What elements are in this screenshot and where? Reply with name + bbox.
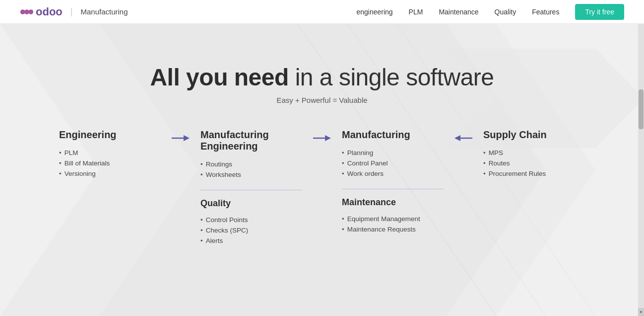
quality-sub-title: Quality <box>200 198 302 209</box>
maintenance-item-equipment: Equipment Management <box>342 214 444 224</box>
arrow-1 <box>171 129 191 143</box>
nav-divider: | <box>70 6 73 17</box>
mfg-engineering-item-worksheets: Worksheets <box>200 169 302 180</box>
nav-link-plm[interactable]: PLM <box>409 8 423 16</box>
manufacturing-item-controlpanel: Control Panel <box>342 158 444 168</box>
hero-title-strong: All you need <box>150 64 288 90</box>
maintenance-list: Equipment Management Maintenance Request… <box>342 214 444 235</box>
mfg-engineering-divider <box>200 190 302 190</box>
mfg-engineering-title: ManufacturingEngineering <box>200 129 302 152</box>
svg-point-1 <box>24 9 29 14</box>
svg-marker-12 <box>325 135 331 141</box>
quality-item-checks: Checks (SPC) <box>200 225 302 236</box>
quality-list: Control Points Checks (SPC) Alerts <box>200 215 302 246</box>
mfg-engineering-block: ManufacturingEngineering Routings Worksh… <box>191 129 312 246</box>
nav-link-features[interactable]: Features <box>532 8 559 16</box>
logo-text: odoo <box>36 5 63 18</box>
engineering-item-bom: Bill of Materials <box>59 158 161 168</box>
svg-marker-14 <box>454 135 460 141</box>
mfg-engineering-item-routings: Routings <box>200 159 302 169</box>
quality-item-alerts: Alerts <box>200 236 302 246</box>
odoo-logo[interactable]: odoo <box>20 5 63 18</box>
scrollbar-thumb[interactable] <box>639 89 644 129</box>
supply-chain-item-routes: Routes <box>483 158 585 168</box>
supply-chain-block: Supply Chain MPS Routes Procurement Rule… <box>473 129 595 179</box>
engineering-title: Engineering <box>59 129 161 141</box>
navbar-links: engineering PLM Maintenance Quality Feat… <box>356 4 624 20</box>
navbar-left: odoo | Manufacturing <box>20 5 128 18</box>
arrow-2 <box>312 129 332 143</box>
scrollbar[interactable]: ▲ ▼ <box>638 0 644 316</box>
nav-product: Manufacturing <box>80 7 128 16</box>
quality-item-control: Control Points <box>200 215 302 225</box>
supply-chain-item-procurement: Procurement Rules <box>483 168 585 179</box>
odoo-logo-icon <box>20 6 34 17</box>
hero-title: All you need in a single software <box>150 64 494 91</box>
hero-title-italic: in a single software <box>295 64 494 90</box>
quality-sub-block: Quality Control Points Checks (SPC) Aler… <box>200 198 302 246</box>
manufacturing-item-planning: Planning <box>342 148 444 158</box>
navbar: odoo | Manufacturing engineering PLM Mai… <box>0 0 644 24</box>
engineering-block: Engineering PLM Bill of Materials Versio… <box>49 129 171 179</box>
manufacturing-item-workorders: Work orders <box>342 168 444 179</box>
manufacturing-block: Manufacturing Planning Control Panel Wor… <box>332 129 453 235</box>
nav-link-quality[interactable]: Quality <box>495 8 516 16</box>
manufacturing-list: Planning Control Panel Work orders <box>342 148 444 179</box>
svg-point-0 <box>20 9 25 14</box>
mfg-engineering-list: Routings Worksheets <box>200 159 302 180</box>
svg-point-2 <box>28 9 33 14</box>
hero-section: All you need in a single software Easy +… <box>0 24 644 316</box>
maintenance-sub-block: Maintenance Equipment Management Mainten… <box>342 197 444 235</box>
flow-row: Engineering PLM Bill of Materials Versio… <box>49 129 595 246</box>
nav-link-maintenance[interactable]: Maintenance <box>439 8 478 16</box>
scroll-bottom-button[interactable]: ▼ <box>638 308 644 316</box>
arrow-left-1 <box>454 133 472 143</box>
try-it-free-button[interactable]: Try it free <box>575 4 624 20</box>
engineering-item-versioning: Versioning <box>59 168 161 179</box>
engineering-item-plm: PLM <box>59 148 161 158</box>
svg-marker-10 <box>184 135 190 141</box>
maintenance-item-requests: Maintenance Requests <box>342 224 444 235</box>
supply-chain-list: MPS Routes Procurement Rules <box>483 148 585 179</box>
hero-subtitle: Easy + Powerful = Valuable <box>150 96 494 104</box>
flow-section: Engineering PLM Bill of Materials Versio… <box>49 129 595 246</box>
engineering-list: PLM Bill of Materials Versioning <box>59 148 161 179</box>
nav-link-mrp[interactable]: engineering <box>356 8 392 16</box>
manufacturing-title: Manufacturing <box>342 129 444 141</box>
maintenance-sub-title: Maintenance <box>342 197 444 208</box>
supply-chain-title: Supply Chain <box>483 129 585 141</box>
hero-title-section: All you need in a single software Easy +… <box>150 24 494 104</box>
arrow-right-2 <box>313 133 331 143</box>
manufacturing-divider <box>342 189 444 189</box>
arrow-3 <box>453 129 473 143</box>
supply-chain-item-mps: MPS <box>483 148 585 158</box>
arrow-right-1 <box>172 133 190 143</box>
